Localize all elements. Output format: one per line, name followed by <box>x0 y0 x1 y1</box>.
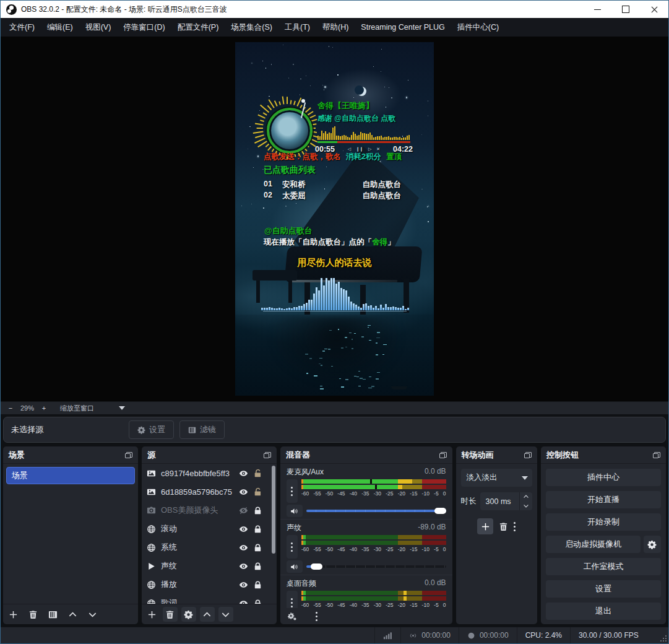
sources-scrollbar[interactable] <box>272 466 275 554</box>
filters-button[interactable]: 滤镜 <box>179 420 225 439</box>
transition-select[interactable]: 淡入淡出 <box>461 469 532 487</box>
lock-icon[interactable] <box>253 562 262 571</box>
menu-profile[interactable]: 配置文件(P) <box>171 18 225 37</box>
zoom-in-button[interactable]: + <box>39 404 49 412</box>
start-streaming-button[interactable]: 开始直播 <box>546 491 661 508</box>
vu-meter <box>301 485 446 489</box>
eye-icon[interactable] <box>239 562 248 571</box>
remove-source-button[interactable] <box>163 607 178 622</box>
menu-tools[interactable]: 工具(T) <box>278 18 316 37</box>
yellow-spectrum <box>317 125 410 140</box>
scene-down-button[interactable] <box>88 610 97 619</box>
source-row[interactable]: 播放 <box>142 575 277 594</box>
close-button[interactable] <box>640 1 668 18</box>
popout-icon[interactable] <box>439 452 447 458</box>
transition-menu-button[interactable] <box>514 526 516 528</box>
cpu-usage: CPU: 2.4% <box>517 627 570 643</box>
spin-down-button[interactable] <box>520 502 532 511</box>
mixer-menu-button[interactable] <box>316 616 317 617</box>
start-virtual-camera-button[interactable]: 启动虚拟摄像机 <box>546 536 641 553</box>
source-row[interactable]: c8917f4ebbfbfe5ff3 <box>142 464 277 482</box>
source-down-button[interactable] <box>218 607 233 622</box>
thanks-line: 感谢 @自助点歌台 点歌 <box>317 113 395 124</box>
virtual-camera-settings-button[interactable] <box>644 536 661 553</box>
add-scene-button[interactable] <box>9 610 18 619</box>
source-properties-button[interactable] <box>181 607 196 622</box>
channel-name: 声纹 <box>287 523 301 533</box>
popout-icon[interactable] <box>264 452 271 458</box>
minimize-button[interactable] <box>583 1 611 18</box>
zoom-out-button[interactable]: − <box>6 404 15 412</box>
scene-filters-button[interactable] <box>48 610 58 619</box>
add-transition-button[interactable] <box>477 518 493 534</box>
eye-icon[interactable] <box>239 599 248 604</box>
fit-to-window-label[interactable]: 缩放至窗口 <box>60 404 94 413</box>
source-row[interactable]: 6d18859a5796bc75 <box>142 482 277 501</box>
menu-scene-collection[interactable]: 场景集合(S) <box>225 18 278 37</box>
plugin-center-button[interactable]: 插件中心 <box>546 469 661 486</box>
source-row[interactable]: 声纹 <box>142 557 277 575</box>
lock-icon[interactable] <box>253 599 262 604</box>
source-row[interactable]: 系统 <box>142 538 277 557</box>
advanced-audio-button[interactable] <box>288 612 297 621</box>
eye-icon[interactable] <box>239 469 248 478</box>
eye-icon[interactable] <box>239 524 248 534</box>
source-row[interactable]: 滚动 <box>142 520 277 538</box>
popout-icon[interactable] <box>653 452 660 458</box>
lock-icon[interactable] <box>253 580 262 590</box>
menubar: 文件(F) 编辑(E) 视图(V) 停靠窗口(D) 配置文件(P) 场景集合(S… <box>1 18 668 37</box>
lock-icon[interactable] <box>253 506 262 515</box>
popout-icon[interactable] <box>125 452 132 458</box>
menu-streaming-center-plug[interactable]: Streaming Center PLUG <box>355 18 451 37</box>
broadcast-icon <box>409 632 417 640</box>
menu-file[interactable]: 文件(F) <box>3 18 41 37</box>
properties-button[interactable]: 设置 <box>129 420 174 439</box>
unlock-icon[interactable] <box>253 487 262 497</box>
remove-scene-button[interactable] <box>28 610 38 619</box>
studio-mode-button[interactable]: 工作室模式 <box>546 558 661 575</box>
menu-help[interactable]: 帮助(H) <box>316 18 355 37</box>
start-recording-button[interactable]: 开始录制 <box>546 513 661 531</box>
scene-preview[interactable]: 舍得【王唯旖】 感谢 @自助点歌台 点歌 00:55 ◁ ❙❙ ▷ ✕ 04:2… <box>235 42 434 396</box>
mute-button[interactable] <box>287 560 303 573</box>
mixer-channel: 麦克风/Aux0.0 dB -60-55-50-45-40-35-30-25-2… <box>280 464 452 520</box>
volume-slider[interactable] <box>306 507 446 515</box>
exit-button[interactable]: 退出 <box>546 603 661 620</box>
eye-off-icon[interactable] <box>239 506 248 515</box>
gear-icon <box>137 426 145 434</box>
remove-transition-button[interactable] <box>499 522 508 531</box>
eye-icon[interactable] <box>239 580 248 590</box>
spin-up-button[interactable] <box>520 492 532 502</box>
popout-icon[interactable] <box>524 452 532 458</box>
settings-button[interactable]: 设置 <box>546 580 661 598</box>
eye-icon[interactable] <box>239 487 248 497</box>
vu-meter <box>301 591 446 595</box>
source-up-button[interactable] <box>200 607 215 622</box>
menu-plugin-center[interactable]: 插件中心(C) <box>451 18 505 37</box>
source-row[interactable]: 歌词 <box>142 594 277 604</box>
menu-view[interactable]: 视图(V) <box>79 18 118 37</box>
volume-slider[interactable] <box>306 563 446 570</box>
lyric-line: 用尽伤人的话去说 <box>235 257 434 269</box>
unlock-icon[interactable] <box>253 469 262 478</box>
channel-menu-button[interactable] <box>287 591 298 608</box>
scene-item-selected[interactable]: 场景 <box>6 467 135 484</box>
resize-grip[interactable] <box>661 636 667 642</box>
channel-name: 桌面音频 <box>287 578 316 589</box>
source-row[interactable]: OBS美颜摄像头 <box>142 501 277 520</box>
duration-spinner[interactable]: 300 ms <box>480 492 532 510</box>
eye-icon[interactable] <box>239 543 248 552</box>
maximize-button[interactable] <box>611 1 640 18</box>
mute-button[interactable] <box>287 505 303 517</box>
vu-meter <box>301 535 446 539</box>
lock-icon[interactable] <box>253 524 262 534</box>
channel-menu-button[interactable] <box>287 479 298 503</box>
channel-menu-button[interactable] <box>287 535 298 559</box>
add-source-button[interactable] <box>147 610 157 619</box>
menu-edit[interactable]: 编辑(E) <box>41 18 79 37</box>
prev-icon: ◁ <box>348 147 351 152</box>
zoom-dropdown-caret-icon[interactable] <box>119 406 125 410</box>
menu-docks[interactable]: 停靠窗口(D) <box>117 18 171 37</box>
lock-icon[interactable] <box>253 543 262 552</box>
scene-up-button[interactable] <box>68 610 77 619</box>
